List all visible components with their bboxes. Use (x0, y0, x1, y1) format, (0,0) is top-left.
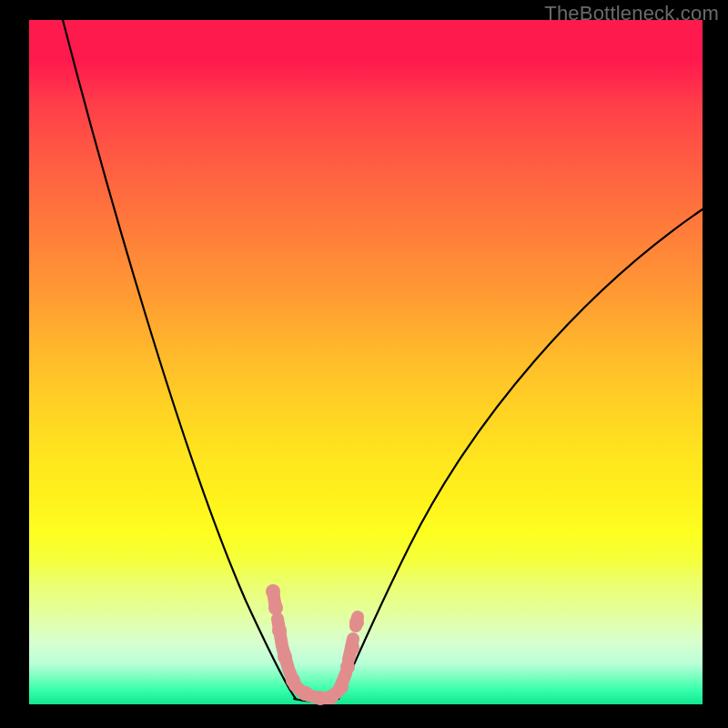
watermark-text: TheBottleneck.com (544, 2, 719, 25)
chart-plot-area (29, 20, 703, 704)
chart-frame: TheBottleneck.com (0, 0, 728, 728)
